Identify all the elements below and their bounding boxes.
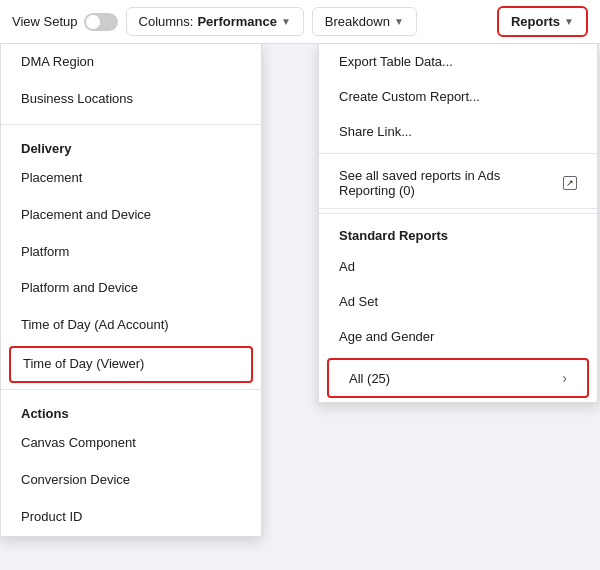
breakdown-dropdown: DMA Region Business Locations Delivery P… [0,44,262,537]
export-table-item[interactable]: Export Table Data... [319,44,597,79]
reports-item-ad-set[interactable]: Ad Set [319,284,597,319]
view-setup-label: View Setup [12,14,78,29]
breakdown-item-business-locations[interactable]: Business Locations [1,81,261,118]
dropdowns-container: DMA Region Business Locations Delivery P… [0,44,600,537]
create-custom-report-item[interactable]: Create Custom Report... [319,79,597,114]
section-actions-header: Actions [1,396,261,425]
columns-label: Columns: [139,14,194,29]
see-all-reports-item[interactable]: See all saved reports in Ads Reporting (… [319,158,597,209]
all-reports-item[interactable]: All (25) › [327,358,589,398]
breakdown-item-dma[interactable]: DMA Region [1,44,261,81]
breakdown-item-conversion-device[interactable]: Conversion Device [1,462,261,499]
reports-divider-1 [319,153,597,154]
reports-divider-2 [319,213,597,214]
external-link-icon: ↗ [563,176,577,190]
reports-label: Reports [511,14,560,29]
breakdown-item-placement-device[interactable]: Placement and Device [1,197,261,234]
share-link-item[interactable]: Share Link... [319,114,597,149]
reports-button[interactable]: Reports ▼ [497,6,588,37]
breakdown-label: Breakdown [325,14,390,29]
breakdown-button[interactable]: Breakdown ▼ [312,7,417,36]
breakdown-item-placement[interactable]: Placement [1,160,261,197]
breakdown-item-time-viewer[interactable]: Time of Day (Viewer) [9,346,253,383]
breakdown-item-platform-device[interactable]: Platform and Device [1,270,261,307]
reports-item-ad[interactable]: Ad [319,249,597,284]
columns-button[interactable]: Columns: Performance ▼ [126,7,304,36]
reports-dropdown: Export Table Data... Create Custom Repor… [318,44,598,403]
breakdown-item-canvas[interactable]: Canvas Component [1,425,261,462]
columns-value: Performance [197,14,276,29]
reports-item-age-gender[interactable]: Age and Gender [319,319,597,354]
columns-arrow-icon: ▼ [281,16,291,27]
section-delivery-header: Delivery [1,131,261,160]
divider-2 [1,389,261,390]
divider-1 [1,124,261,125]
all-reports-chevron-icon: › [562,370,567,386]
view-setup-container: View Setup [12,13,118,31]
reports-arrow-icon: ▼ [564,16,574,27]
toolbar: View Setup Columns: Performance ▼ Breakd… [0,0,600,44]
breakdown-item-product-id[interactable]: Product ID [1,499,261,536]
view-setup-toggle[interactable] [84,13,118,31]
standard-reports-header: Standard Reports [319,218,597,249]
see-all-reports-label: See all saved reports in Ads Reporting (… [339,168,557,198]
breakdown-arrow-icon: ▼ [394,16,404,27]
breakdown-item-time-ad-account[interactable]: Time of Day (Ad Account) [1,307,261,344]
all-reports-label: All (25) [349,371,390,386]
breakdown-item-platform[interactable]: Platform [1,234,261,271]
